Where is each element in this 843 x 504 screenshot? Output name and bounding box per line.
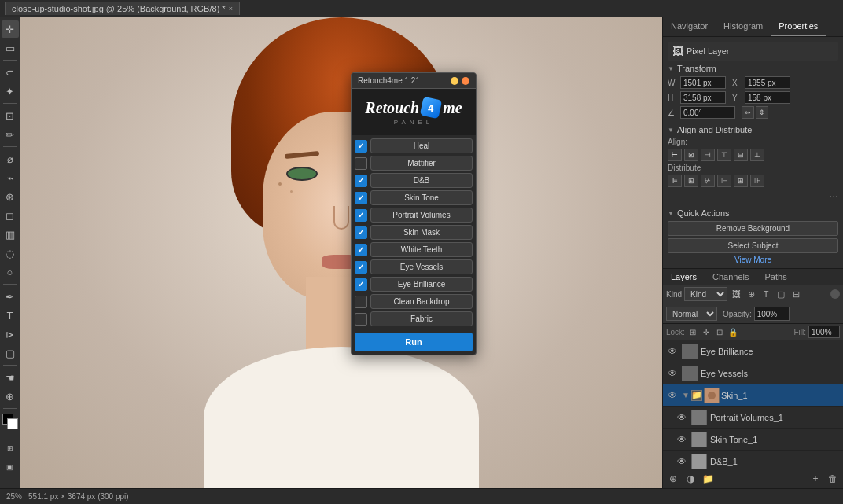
retouch-btn-portrait-volumes[interactable]: Portrait Volumes <box>370 208 473 223</box>
layer-filter-toggle-btn[interactable] <box>830 289 840 299</box>
align-bottom-btn[interactable]: ⊥ <box>750 149 764 161</box>
lock-pixels-btn[interactable]: ⊞ <box>687 326 698 337</box>
retouch-btn-skin-tone[interactable]: Skin Tone <box>370 190 473 205</box>
eye-btn-eye-vessels[interactable]: 👁 <box>666 367 679 380</box>
dist-middle-btn[interactable]: ⊞ <box>734 175 748 187</box>
layers-collapse-btn[interactable]: — <box>825 269 843 285</box>
select-subject-btn[interactable]: Select Subject <box>668 238 838 253</box>
retouch-checkbox-8[interactable] <box>355 278 367 291</box>
dist-bottom-btn[interactable]: ⊪ <box>750 175 764 187</box>
retouch-minimize-btn[interactable] <box>451 77 458 85</box>
retouch-btn-heal[interactable]: Heal <box>370 138 473 153</box>
document-tab-close[interactable]: × <box>229 5 233 13</box>
extra-btn-1[interactable]: ⊞ <box>2 440 19 457</box>
layers-tab[interactable]: Layers <box>663 269 705 285</box>
path-btn[interactable]: ⊳ <box>2 326 19 343</box>
retouch-run-button[interactable]: Run <box>355 333 473 351</box>
retouch-btn-skin-mask[interactable]: Skin Mask <box>370 225 473 240</box>
crop-tool-btn[interactable]: ⊡ <box>2 107 19 124</box>
layer-filter-adj-btn[interactable]: ⊕ <box>745 288 757 300</box>
retouch-btn-d&b[interactable]: D&B <box>370 173 473 188</box>
retouch-checkbox-5[interactable] <box>355 226 367 239</box>
align-more-btn[interactable]: ··· <box>668 189 838 202</box>
type-btn[interactable]: T <box>2 307 19 324</box>
skin1-expand-arrow[interactable]: ▼ <box>682 391 690 399</box>
retouch-checkbox-6[interactable] <box>355 244 367 256</box>
retouch-btn-white-teeth[interactable]: White Teeth <box>370 242 473 257</box>
layer-row-skin-tone[interactable]: 👁 Skin Tone_1 <box>663 429 843 451</box>
layer-row-db1[interactable]: 👁 D&B_1 <box>663 451 843 469</box>
layer-add-btn[interactable]: + <box>808 472 823 486</box>
w-input[interactable] <box>680 76 726 89</box>
blur-btn[interactable]: ◌ <box>2 245 19 262</box>
layer-filter-pixel-btn[interactable]: 🖼 <box>730 288 742 300</box>
eraser-btn[interactable]: ◻ <box>2 207 19 224</box>
color-swatch-area[interactable] <box>2 414 18 431</box>
dist-left-btn[interactable]: ⊫ <box>668 175 682 187</box>
layer-delete-btn[interactable]: 🗑 <box>826 472 840 486</box>
remove-background-btn[interactable]: Remove Background <box>668 221 838 236</box>
healing-btn[interactable]: ⌀ <box>2 150 19 167</box>
tab-properties[interactable]: Properties <box>771 17 826 36</box>
pen-btn[interactable]: ✒ <box>2 288 19 305</box>
brush-btn[interactable]: ⌁ <box>2 169 19 186</box>
lasso-tool-btn[interactable]: ⊂ <box>2 64 19 81</box>
clone-btn[interactable]: ⊛ <box>2 188 19 205</box>
paths-tab[interactable]: Paths <box>757 269 795 285</box>
layer-row-eye-vessels[interactable]: 👁 Eye Vessels <box>663 362 843 384</box>
layer-filter-btn[interactable]: ⊕ <box>666 472 680 486</box>
retouch-close-btn[interactable] <box>462 77 469 85</box>
layer-row-portrait-volumes[interactable]: 👁 Portrait Volumes_1 <box>663 407 843 429</box>
marquee-tool-btn[interactable]: ▭ <box>2 39 19 57</box>
align-middle-btn[interactable]: ⊟ <box>734 149 748 161</box>
dist-center-h-btn[interactable]: ⊞ <box>684 175 698 187</box>
layer-group-btn[interactable]: 📁 <box>701 472 715 486</box>
retouch-checkbox-9[interactable] <box>355 296 367 308</box>
zoom-btn[interactable]: ⊕ <box>2 388 19 405</box>
layer-filter-type-btn[interactable]: T <box>760 288 772 300</box>
eye-btn-skin1[interactable]: 👁 <box>666 389 679 402</box>
extra-btn-2[interactable]: ▣ <box>2 458 19 476</box>
layers-kind-select[interactable]: Kind <box>684 287 727 301</box>
dodge-btn[interactable]: ○ <box>2 263 19 281</box>
flip-h-btn[interactable]: ⇔ <box>742 106 754 119</box>
eye-btn-db1[interactable]: 👁 <box>676 455 688 468</box>
document-tab[interactable]: close-up-studio-shot.jpg @ 25% (Backgrou… <box>5 2 240 15</box>
move-tool-btn[interactable]: ✛ <box>2 20 19 38</box>
retouch-checkbox-10[interactable] <box>355 313 367 326</box>
eye-btn-eye-brilliance[interactable]: 👁 <box>666 345 679 358</box>
layer-row-skin1[interactable]: 👁 ▼ 📁 Skin_1 <box>663 384 843 407</box>
retouch-btn-eye-brilliance[interactable]: Eye Brilliance <box>370 277 473 292</box>
retouch-btn-eye-vessels[interactable]: Eye Vessels <box>370 259 473 274</box>
align-header[interactable]: ▼ Align and Distribute <box>668 125 838 134</box>
opacity-input[interactable] <box>754 307 790 321</box>
blend-mode-select[interactable]: Normal <box>666 307 717 321</box>
view-more-link[interactable]: View More <box>668 256 838 264</box>
layer-filter-smart-btn[interactable]: ⊟ <box>790 288 802 300</box>
dist-right-btn[interactable]: ⊬ <box>701 175 715 187</box>
channels-tab[interactable]: Channels <box>705 269 756 285</box>
transform-header[interactable]: ▼ Transform <box>668 64 838 73</box>
fill-input[interactable] <box>808 326 840 338</box>
retouch-btn-clean-backdrop[interactable]: Clean Backdrop <box>370 294 473 309</box>
dist-top-btn[interactable]: ⊩ <box>717 175 731 187</box>
retouch-checkbox-7[interactable] <box>355 261 367 274</box>
align-top-btn[interactable]: ⊤ <box>717 149 731 161</box>
shape-btn[interactable]: ▢ <box>2 344 19 362</box>
lock-all-btn[interactable]: 🔒 <box>727 326 738 337</box>
hand-btn[interactable]: ☚ <box>2 369 19 386</box>
y-input[interactable] <box>745 91 790 104</box>
layer-filter-shape-btn[interactable]: ▢ <box>775 288 787 300</box>
canvas-area[interactable]: Retouch4me 1.21 Retouch 4 me PANEL <box>20 17 662 488</box>
retouch-btn-fabric[interactable]: Fabric <box>370 311 473 326</box>
flip-v-btn[interactable]: ⇕ <box>756 106 768 119</box>
align-center-h-btn[interactable]: ⊠ <box>684 149 698 161</box>
retouch-checkbox-3[interactable] <box>355 192 367 204</box>
background-color[interactable] <box>7 418 18 429</box>
layer-adjust-btn[interactable]: ◑ <box>683 472 698 486</box>
align-right-btn[interactable]: ⊣ <box>701 149 715 161</box>
x-input[interactable] <box>745 76 790 89</box>
lock-position-btn[interactable]: ✛ <box>701 326 712 337</box>
h-input[interactable] <box>680 91 726 104</box>
angle-input[interactable] <box>680 106 735 119</box>
